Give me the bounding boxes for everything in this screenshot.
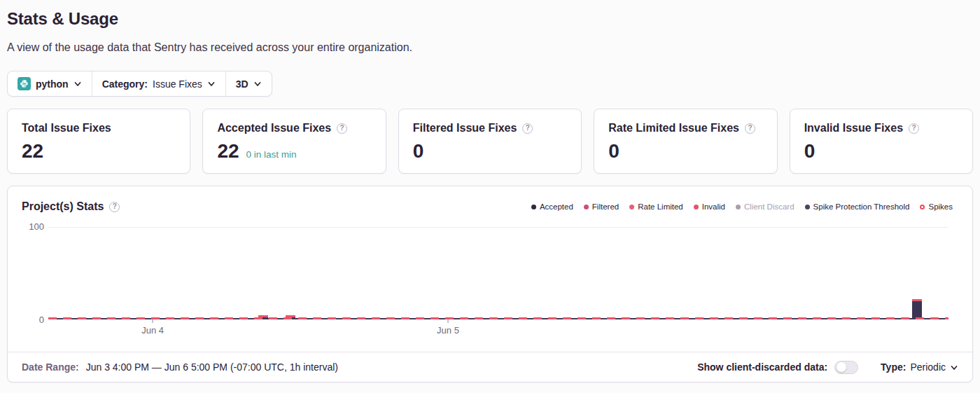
- python-platform-icon: [18, 77, 31, 90]
- card-title: Accepted Issue Fixes: [217, 122, 331, 135]
- chart-plot[interactable]: Jun 4Jun 5: [48, 227, 948, 319]
- help-icon[interactable]: ?: [522, 123, 533, 134]
- score-cards-row: Total Issue Fixes 22 Accepted Issue Fixe…: [7, 109, 973, 174]
- y-axis-tick-label: 0: [16, 315, 44, 325]
- help-icon[interactable]: ?: [337, 123, 347, 134]
- card-title: Invalid Issue Fixes: [804, 122, 903, 135]
- accepted-bar[interactable]: [912, 299, 922, 318]
- chevron-down-icon: [950, 364, 958, 372]
- card-value: 22: [217, 140, 239, 163]
- card-rate-limited-issue-fixes: Rate Limited Issue Fixes ? 0: [594, 109, 777, 174]
- interval-dropdown[interactable]: 3D: [226, 71, 272, 96]
- chevron-down-icon: [74, 80, 82, 88]
- date-range-value: Jun 3 4:00 PM — Jun 6 5:00 PM (-07:00 UT…: [86, 361, 338, 373]
- client-discard-toggle[interactable]: [834, 361, 858, 374]
- card-accepted-issue-fixes: Accepted Issue Fixes ? 22 0 in last min: [202, 109, 386, 174]
- project-filter-dropdown[interactable]: python: [8, 71, 92, 96]
- client-discard-toggle-label: Show client-discarded data:: [697, 361, 827, 373]
- card-filtered-issue-fixes: Filtered Issue Fixes ? 0: [398, 109, 582, 174]
- help-icon[interactable]: ?: [745, 123, 755, 134]
- card-trend-note: 0 in last min: [246, 149, 297, 160]
- x-axis-tick-mark: [153, 319, 153, 323]
- help-icon[interactable]: ?: [909, 123, 919, 134]
- category-filter-value: Issue Fixes: [153, 78, 202, 90]
- y-axis-tick-label: 100: [16, 221, 44, 232]
- page-title: Stats & Usage: [7, 0, 973, 29]
- type-label: Type:: [881, 361, 906, 373]
- date-range-label: Date Range:: [22, 361, 79, 373]
- interval-value: 3D: [236, 78, 248, 90]
- chevron-down-icon: [207, 80, 216, 88]
- category-filter-dropdown[interactable]: Category: Issue Fixes: [92, 71, 225, 96]
- card-title: Rate Limited Issue Fixes: [608, 122, 739, 135]
- chevron-down-icon: [253, 80, 262, 88]
- project-stats-panel: Project(s) Stats ? AcceptedFilteredRate …: [7, 186, 973, 382]
- card-value: 0: [608, 140, 620, 163]
- filter-bar: python Category: Issue Fixes 3D: [7, 71, 272, 97]
- card-title: Filtered Issue Fixes: [413, 122, 517, 135]
- page-subtitle: A view of the usage data that Sentry has…: [7, 41, 973, 54]
- project-filter-label: python: [36, 78, 69, 90]
- toggle-knob: [836, 362, 846, 372]
- gridline-100: [48, 227, 948, 228]
- card-value: 0: [413, 140, 424, 163]
- card-total-issue-fixes: Total Issue Fixes 22: [7, 109, 190, 174]
- card-title: Total Issue Fixes: [22, 122, 111, 135]
- x-axis-tick-label: Jun 5: [437, 325, 459, 336]
- card-invalid-issue-fixes: Invalid Issue Fixes ? 0: [790, 109, 973, 174]
- type-value: Periodic: [910, 361, 946, 373]
- x-axis-tick-mark: [447, 319, 448, 323]
- card-value: 22: [22, 140, 43, 163]
- category-filter-label: Category:: [102, 78, 148, 90]
- type-dropdown[interactable]: Type: Periodic: [881, 361, 958, 373]
- spike-protection-threshold-line: [48, 317, 948, 319]
- card-value: 0: [804, 140, 816, 163]
- x-axis-tick-label: Jun 4: [141, 325, 164, 336]
- stats-usage-page: Stats & Usage A view of the usage data t…: [0, 0, 980, 393]
- chart-footer: Date Range: Jun 3 4:00 PM — Jun 6 5:00 P…: [8, 352, 972, 382]
